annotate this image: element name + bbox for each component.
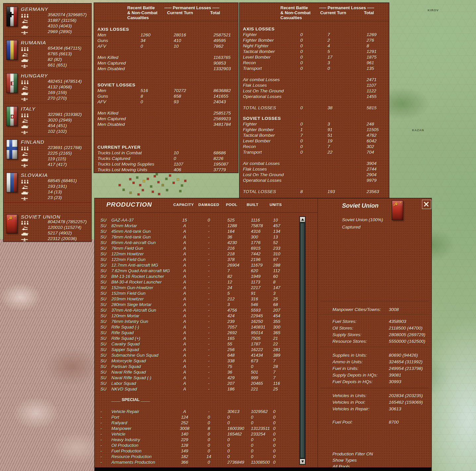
loss-row-label: Trucks Lost Moving Units [97, 167, 148, 173]
loss-row-label: Guns [97, 38, 108, 43]
loss-recent-value: 0 [300, 49, 303, 54]
pool-value: 2736849 [227, 459, 244, 465]
built-value: 1173 [251, 279, 260, 285]
loss-total-value: 8 [367, 43, 369, 49]
loss-row: Trucks Lost Moving Units40637779 [94, 167, 238, 173]
loss-row: Fighter03248 [240, 121, 389, 127]
loss-current-turn-value: 10 [174, 150, 179, 156]
scrollbar-thumb[interactable] [300, 223, 305, 458]
loss-total-value: 6042 [367, 138, 377, 144]
country-stat-value: 4310 (4043) [48, 24, 72, 28]
production-row: SU120mm MortarA-42422945454 [95, 313, 318, 319]
item-name: Labor Squad [111, 381, 136, 386]
capacity-value: 3008 [175, 426, 195, 431]
country-name: HUNGARY [21, 73, 48, 78]
close-button[interactable] [422, 200, 431, 209]
damaged-value: - [199, 307, 219, 313]
units-value: 7 [273, 375, 275, 381]
loss-row-label: Men Captured [97, 116, 126, 122]
info-stat-value: 8700 [389, 419, 399, 426]
production-row: SUMotorcycle SquadA-3386737 [95, 358, 318, 364]
row-prefix: SU [100, 352, 106, 358]
capacity-value: A [175, 268, 195, 274]
loss-recent-value: 8 [141, 93, 143, 99]
built-value: 221 [251, 386, 258, 392]
pool-value: 164 [227, 229, 235, 234]
war-game-screen: KIROVKAZAN GERMANY3582074 (3296857)31887… [0, 0, 476, 471]
production-row: SUNaval Rifle Squad (-)A-4299997 [95, 375, 318, 381]
loss-row: Operational Losses1455 [240, 94, 389, 99]
pool-value: 0 [227, 414, 230, 420]
country-stat-value: 23 (23) [48, 195, 62, 200]
losses-block: TOTAL LOSSES819323563 [240, 189, 389, 194]
capacity-value: A [175, 302, 195, 307]
damaged-value: 8 [199, 426, 219, 431]
units-value: 25 [273, 386, 278, 392]
capacity-value: A [175, 262, 195, 268]
section-title: SOVIET LOSSES [240, 116, 389, 121]
pool-value: 0 [227, 448, 230, 454]
pool-value: 7 [227, 268, 230, 274]
country-stat-row: 23 (23) [4, 195, 91, 201]
loss-row: Lost On The Ground1122 [240, 88, 389, 94]
built-value: 0 [251, 420, 253, 426]
scroll-down-button[interactable] [300, 459, 305, 464]
info-stat-value: 30613 [389, 406, 401, 412]
item-name: 203mm Howitzer [111, 296, 144, 302]
row-prefix: SU [100, 257, 106, 262]
pool-value: 216 [227, 245, 235, 251]
production-scrollbar[interactable] [299, 216, 306, 465]
production-row: -Railyard2520000 [95, 420, 318, 426]
soviet-union-info-panel: Soviet Union ☭ ★ Soviet Union (100%) Cap… [318, 198, 431, 467]
filter-link[interactable]: Show Types [318, 457, 431, 463]
row-prefix: SU [100, 324, 106, 330]
row-prefix: SU [100, 364, 106, 369]
item-name: 152mm Gun-Howitzer [111, 285, 153, 290]
loss-total-value: 1163765 [213, 55, 231, 60]
production-row: SUBM-30-4 Rocket LauncherA-1211738 [95, 279, 318, 285]
production-row: SU76mm Field GunA-2166915233 [95, 245, 318, 251]
pool-value: 36 [227, 234, 232, 240]
units-value: 207 [273, 307, 280, 313]
country-stat-row: 5217 (4902) [4, 231, 91, 236]
ground-losses-body: AXIS LOSSESMen1260280162587521Guns344104… [94, 22, 238, 173]
item-name: 76mm Field Gun [111, 245, 143, 251]
damaged-value: 0 [199, 431, 219, 437]
built-value: 5593 [251, 307, 261, 313]
unit-marker [129, 178, 131, 180]
divider [320, 388, 429, 389]
loss-recent-value: 7 [300, 132, 303, 138]
scrollbar-track[interactable] [300, 222, 305, 459]
info-stat-value: 324654 (311992) [389, 359, 423, 365]
units-value: 7 [273, 358, 275, 364]
item-name: Armaments Production [111, 459, 155, 465]
row-prefix: - [100, 420, 102, 426]
pool-value: 7057 [227, 324, 237, 330]
loss-total-value: 2471 [367, 77, 377, 82]
info-captured-label: Captured [342, 225, 361, 230]
item-name: 280mm Siege Mortar [111, 302, 151, 307]
loss-row-label: Men Killed [97, 55, 118, 60]
info-stat-label: Supplies in Units: [332, 352, 367, 359]
loss-recent-value: 0 [300, 149, 303, 155]
production-row: SULabor SquadA-20720465116 [95, 381, 318, 386]
row-prefix: - [100, 437, 102, 443]
window-bottom-bar [95, 467, 431, 471]
capacity-value: A [175, 381, 195, 386]
production-row: -Vehicle RepairA-3061310295620 [95, 409, 318, 414]
country-stat-row: 2969 (2890) [4, 29, 91, 35]
losses-block: Men Killed1163765Men Captured90853Men Di… [94, 55, 238, 72]
units-value: 3 [273, 290, 275, 296]
built-value: 620 [251, 268, 258, 274]
country-block: RUMANIA654304 (647115)6765 (6613)82 (82)… [4, 37, 91, 70]
scroll-up-button[interactable] [300, 217, 305, 222]
loss-total-value: 2585175 [213, 110, 231, 116]
production-row: SU122mm HowitzerA-2187442310 [95, 251, 318, 257]
capacity-value: A [175, 341, 195, 347]
row-prefix: SU [100, 274, 106, 279]
col-total: Total [364, 10, 374, 15]
row-prefix: SU [100, 223, 106, 229]
loss-current-turn-value: 0 [327, 66, 330, 71]
pool-value: 2692 [227, 330, 237, 336]
filter-link[interactable]: Production Filter ON [318, 451, 431, 457]
